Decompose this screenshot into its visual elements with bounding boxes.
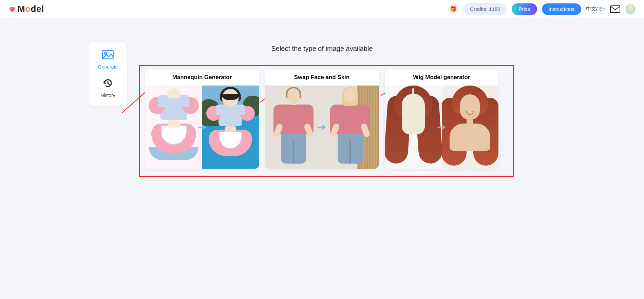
generator-cards: Mannequin Generator [145,69,498,169]
arrow-right-icon [437,124,446,130]
card-wig-model-generator[interactable]: Wig Model generator [385,69,498,169]
sidebar-item-history[interactable]: History [100,77,115,98]
logo-text: Model [18,4,44,14]
arrow-right-icon [318,124,326,130]
card-image-before [145,86,202,169]
lang-en[interactable]: En [598,6,605,12]
mail-icon[interactable] [610,5,620,13]
card-image-after [322,86,379,169]
card-image-after [202,86,259,169]
svg-point-2 [105,52,107,54]
card-title: Swap Face and Skin [265,69,379,86]
page-title: Select the type of image available [271,45,373,53]
image-icon [102,50,114,59]
language-switch[interactable]: 中文/ En [586,6,605,12]
card-mannequin-generator[interactable]: Mannequin Generator [145,69,259,169]
avatar[interactable] [625,4,636,15]
card-title: Mannequin Generator [145,69,259,86]
svg-rect-0 [610,6,620,13]
price-button[interactable]: Price [512,3,537,15]
credits-pill[interactable]: Credits: 1180 [463,3,507,15]
app-header: Model 🎁 Credits: 1180 Price Instructions… [0,0,644,18]
instructions-button[interactable]: Instructions [542,3,582,15]
card-title: Wig Model generator [385,69,498,86]
header-right: 🎁 Credits: 1180 Price Instructions 中文/ E… [448,3,636,15]
logo[interactable]: Model [8,4,44,14]
history-icon [102,78,113,89]
arrow-right-icon [198,124,207,130]
sidebar-item-label: History [100,93,115,98]
lang-zh[interactable]: 中文/ [586,6,598,12]
gift-icon[interactable]: 🎁 [448,4,458,14]
card-image-after [442,86,499,169]
sidebar-item-generate[interactable]: Generate [98,49,118,70]
sidebar-item-label: Generate [98,64,118,70]
card-image-before [385,86,442,169]
heart-icon [8,5,16,13]
card-swap-face-skin[interactable]: Swap Face and Skin [265,69,379,169]
card-image-before [265,86,322,169]
side-panel: Generate History [89,42,127,106]
